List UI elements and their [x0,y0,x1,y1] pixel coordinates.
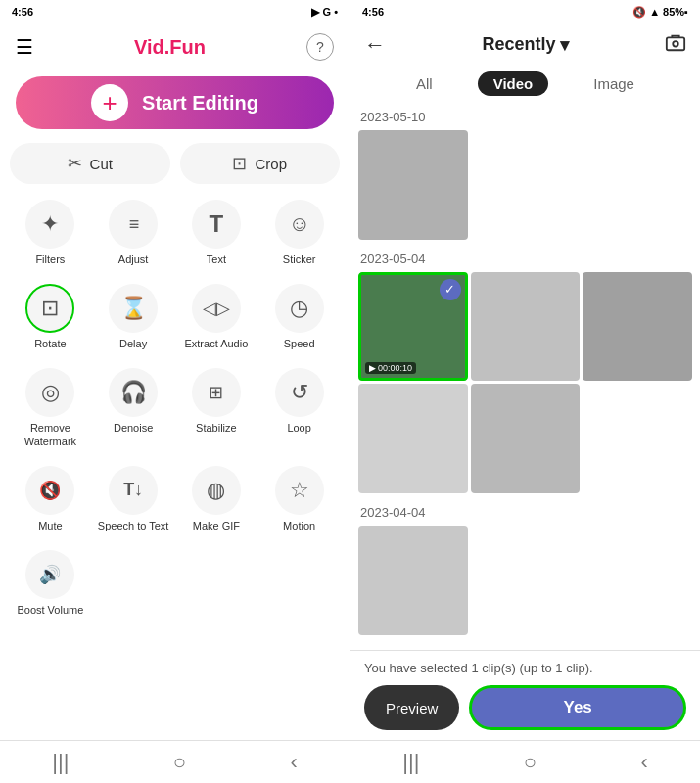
filters-label: Filters [35,253,65,266]
media-grid-3 [358,526,692,635]
media-grid-1 [358,130,692,240]
date-section-2023-05-10: 2023-05-10 [358,106,692,240]
motion-label: Motion [283,520,315,532]
nav-menu-icon[interactable]: ||| [52,750,69,775]
denoise-icon-wrap: 🎧 [109,368,158,417]
tab-image[interactable]: Image [578,71,650,96]
camera-button[interactable] [665,31,686,58]
crop-button[interactable]: ⊡ Crop [180,143,341,184]
remove-watermark-tool[interactable]: ◎ Remove Watermark [10,368,91,447]
mute-icon-wrap: 🔇 [25,466,74,515]
filter-tabs: All Video Image [350,66,700,106]
speed-tool[interactable]: ◷ Speed [258,284,340,350]
right-panel: ← Recently ▾ All Video Image 2023-05-10 [350,23,700,783]
duration-text: 00:00:10 [378,363,412,373]
make-gif-tool[interactable]: ◍ Make GIF [176,466,257,532]
left-panel: ☰ Vid.Fun ? + Start Editing ✂ Cut ⊡ Crop [0,23,350,783]
speech-to-text-tool[interactable]: T↓ Speech to Text [93,466,174,532]
right-nav-back-icon[interactable]: ‹ [640,750,647,775]
motion-tool[interactable]: ☆ Motion [258,466,340,532]
crop-icon: ⊡ [232,153,247,174]
quick-tools-row: ✂ Cut ⊡ Crop [10,143,340,184]
right-nav-menu-icon[interactable]: ||| [402,750,419,775]
speed-icon: ◷ [290,296,308,321]
right-nav-home-icon[interactable]: ○ [524,750,537,775]
selection-info: You have selected 1 clip(s) (up to 1 cli… [364,661,686,675]
crop-label: Crop [255,156,287,172]
check-badge: ✓ [440,279,461,300]
motion-icon: ☆ [290,478,309,503]
back-button[interactable]: ← [364,32,386,58]
rotate-tool[interactable]: ⊡ Rotate [10,284,91,350]
extract-audio-icon: ◁▷ [203,298,230,319]
stabilize-tool[interactable]: ⊞ Stabilize [176,368,257,447]
cut-label: Cut [90,156,113,172]
loop-icon: ↺ [291,380,308,405]
video-icon-small: ▶ [369,363,376,373]
svg-rect-0 [667,37,684,50]
filters-icon: ✦ [41,211,59,237]
media-thumb[interactable] [471,272,581,382]
hamburger-menu[interactable]: ☰ [16,35,33,59]
extract-audio-tool[interactable]: ◁▷ Extract Audio [176,284,257,350]
media-thumb[interactable] [471,384,581,493]
date-section-2023-05-04: 2023-05-04 ✓ ▶ 00:00:10 [358,248,692,493]
loop-tool[interactable]: ↺ Loop [258,368,340,447]
left-status-icons: ▶ G • [311,6,338,19]
stabilize-icon-wrap: ⊞ [192,368,241,417]
scissors-icon: ✂ [68,153,82,174]
mute-icon: 🔇 [39,480,61,501]
delay-tool[interactable]: ⌛ Delay [93,284,174,350]
denoise-icon: 🎧 [120,380,147,405]
start-editing-button[interactable]: + Start Editing [16,76,334,129]
adjust-label: Adjust [118,253,149,266]
boost-volume-tool[interactable]: 🔊 Boost Volume [10,550,91,617]
sticker-label: Sticker [283,253,316,266]
text-tool[interactable]: T Text [176,200,257,266]
delay-icon-wrap: ⌛ [109,284,158,333]
date-label-2: 2023-05-04 [358,248,692,272]
remove-watermark-icon: ◎ [41,380,60,405]
right-status-icons: 🔇 ▲ 85%▪ [632,6,688,19]
adjust-tool[interactable]: ≡ Adjust [93,200,174,266]
recently-dropdown[interactable]: Recently ▾ [482,34,568,56]
speed-label: Speed [284,338,315,350]
delay-icon: ⌛ [120,296,147,321]
tab-all[interactable]: All [400,71,448,96]
speed-icon-wrap: ◷ [275,284,324,333]
rotate-icon: ⊡ [41,296,59,321]
recently-label: Recently [482,34,555,55]
filters-tool[interactable]: ✦ Filters [10,200,91,266]
mute-tool[interactable]: 🔇 Mute [10,466,91,532]
sticker-tool[interactable]: ☺ Sticker [258,200,340,266]
media-thumb[interactable] [358,130,468,240]
tab-video[interactable]: Video [478,71,549,96]
right-nav-bar: ||| ○ ‹ [350,740,700,783]
video-duration: ▶ 00:00:10 [365,362,416,374]
media-thumb-selected[interactable]: ✓ ▶ 00:00:10 [358,272,468,382]
sticker-icon: ☺ [288,211,309,237]
yes-button[interactable]: Yes [469,685,686,730]
extract-audio-icon-wrap: ◁▷ [192,284,241,333]
media-thumb[interactable] [358,526,468,635]
cut-button[interactable]: ✂ Cut [10,143,170,184]
media-thumb[interactable] [583,272,692,382]
media-grid-2: ✓ ▶ 00:00:10 [358,272,692,493]
nav-back-icon[interactable]: ‹ [290,750,297,775]
start-editing-label: Start Editing [142,92,258,115]
tools-section: ✂ Cut ⊡ Crop ✦ Filters ≡ [0,143,350,740]
sticker-icon-wrap: ☺ [275,200,324,249]
media-thumb[interactable] [358,384,468,493]
dropdown-chevron-icon: ▾ [560,34,569,56]
extract-audio-label: Extract Audio [184,338,248,350]
loop-icon-wrap: ↺ [275,368,324,417]
boost-volume-label: Boost Volume [17,604,83,617]
loop-label: Loop [287,422,310,435]
preview-button[interactable]: Preview [364,685,459,730]
denoise-tool[interactable]: 🎧 Denoise [93,368,174,447]
svg-point-1 [673,41,678,47]
rotate-label: Rotate [34,338,66,350]
right-time: 4:56 [362,6,384,18]
nav-home-icon[interactable]: ○ [173,750,186,775]
help-button[interactable]: ? [306,33,334,61]
